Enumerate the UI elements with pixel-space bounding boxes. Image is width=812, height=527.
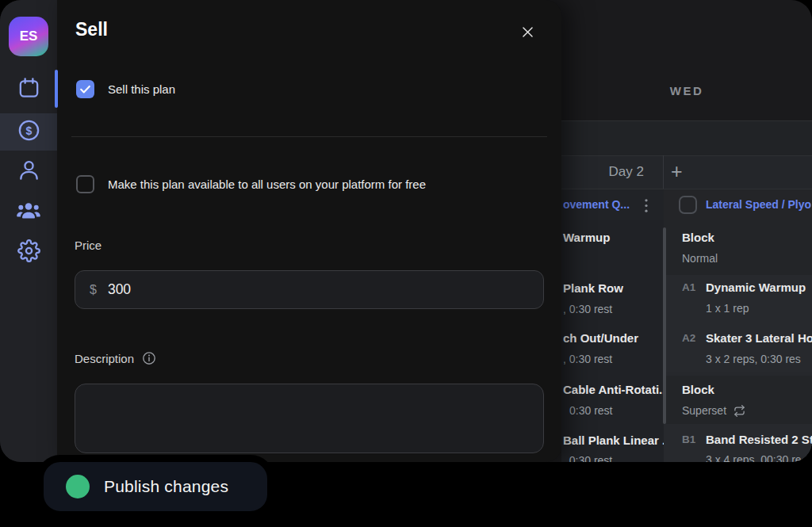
description-label-row: Description [75, 351, 156, 365]
sidebar-active-indicator [55, 70, 58, 108]
sidebar: ES $ [0, 0, 57, 462]
exercise-meta: 1 x 1 rep [706, 300, 749, 316]
description-textarea[interactable] [75, 384, 544, 453]
block-strip [664, 220, 812, 275]
exercise-name: Skater 3 Lateral Hop [706, 330, 812, 346]
price-field: $ [75, 270, 544, 309]
right-plan-header: Lateral Speed / Plyo [664, 189, 812, 220]
person-icon [17, 158, 41, 185]
exercise-meta: 3 x 2 reps, 0:30 res [706, 351, 801, 367]
sell-plan-row: Sell this plan [76, 80, 175, 98]
publish-changes-button[interactable]: Publish changes [36, 455, 274, 518]
exercise-name: Dynamic Warmup [706, 280, 806, 296]
sell-plan-label: Sell this plan [108, 82, 175, 96]
divider [71, 136, 547, 137]
exercise-meta: 3 x 4 reps, 00:30 re [706, 452, 802, 462]
free-plan-label: Make this plan available to all users on… [108, 178, 426, 191]
column-scrollbar[interactable] [663, 227, 666, 424]
block-mode: Normal [682, 250, 718, 266]
close-icon[interactable] [517, 21, 538, 42]
exercise-name: Warmup [563, 230, 610, 246]
exercise-meta: , 0:30 rest [563, 351, 612, 367]
free-plan-checkbox[interactable] [76, 175, 94, 193]
screenshot-stage: WED Day 2 + ovement Q... Lateral Speed /… [0, 0, 812, 527]
gear-icon [17, 239, 40, 265]
block-header: Block [682, 382, 714, 398]
sidebar-item-clients[interactable] [0, 153, 57, 190]
weekday-header: WED [561, 84, 812, 97]
status-dot [66, 475, 90, 498]
superset-cycle-icon [733, 405, 745, 417]
checkmark-icon [79, 82, 92, 96]
right-plan-title-link[interactable]: Lateral Speed / Plyo [706, 198, 811, 211]
exercise-meta: 0:30 rest [569, 403, 612, 418]
block-header: Block [682, 230, 714, 246]
add-day-button[interactable]: + [671, 155, 683, 189]
exercise-index: A2 [682, 330, 695, 346]
svg-text:$: $ [25, 124, 32, 137]
currency-symbol: $ [90, 283, 97, 297]
exercise-name: Cable Anti-Rotati... [563, 382, 664, 398]
people-group-icon [16, 198, 41, 227]
info-icon [142, 351, 156, 365]
left-day-column: Warmup Plank Row , 0:30 rest ch Out/Unde… [561, 220, 664, 462]
exercise-name: ch Out/Under [563, 330, 638, 346]
exercise-name: Ball Plank Linear ... [563, 433, 664, 449]
exercise-name: Plank Row [563, 281, 623, 296]
plan-select-checkbox[interactable] [679, 196, 697, 214]
avatar[interactable]: ES [9, 17, 48, 56]
left-plan-title-link[interactable]: ovement Q... [563, 198, 636, 211]
sidebar-item-groups[interactable] [0, 193, 57, 231]
calendar-icon [17, 76, 41, 104]
block-mode: Superset [682, 403, 745, 418]
day-column-divider [663, 155, 664, 189]
exercise-index: B1 [682, 432, 695, 448]
exercise-meta: , 0:30 rest [563, 301, 612, 317]
free-plan-row: Make this plan available to all users on… [76, 175, 426, 193]
exercise-index: A1 [682, 280, 695, 296]
publish-label: Publish changes [104, 477, 228, 496]
price-label: Price [75, 239, 102, 252]
description-label: Description [75, 352, 134, 365]
sell-plan-checkbox[interactable] [76, 80, 94, 98]
price-input[interactable] [108, 281, 529, 298]
sell-modal: Sell Sell this plan [57, 0, 561, 462]
modal-title: Sell [75, 19, 108, 40]
sidebar-item-calendar[interactable] [0, 71, 57, 109]
sidebar-item-settings[interactable] [0, 234, 57, 271]
block-mode-label: Superset [682, 403, 726, 418]
exercise-name: Band Resisted 2 Step [706, 432, 812, 448]
right-day-column: Block Normal A1 Dynamic Warmup 1 x 1 rep… [664, 220, 812, 462]
app-window: WED Day 2 + ovement Q... Lateral Speed /… [0, 0, 812, 462]
exercise-meta: , 0:30 rest [563, 453, 612, 462]
sidebar-item-payments[interactable]: $ [0, 113, 57, 151]
kebab-menu-icon[interactable] [644, 198, 649, 216]
dollar-circle-icon: $ [17, 118, 41, 146]
